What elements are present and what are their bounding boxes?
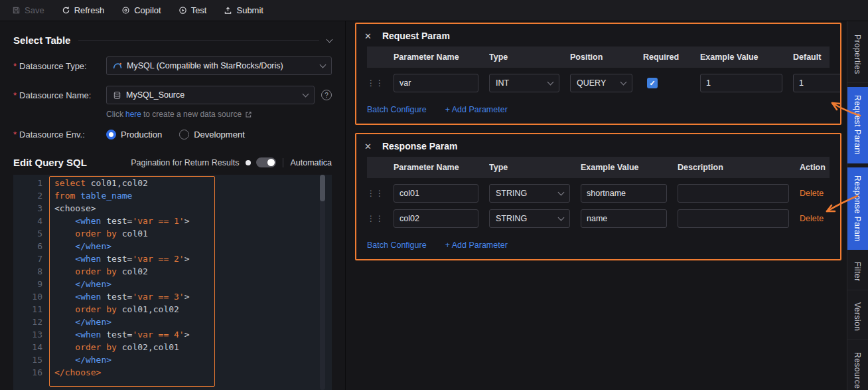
request-param-section: ✕ Request Param Parameter Name Type Posi… — [355, 23, 841, 125]
side-tab-resource-group[interactable]: Resource Group — [847, 344, 868, 390]
code-line: 3<choose> — [13, 202, 332, 215]
drag-handle-icon[interactable]: ⋮⋮ — [367, 214, 383, 223]
side-tab-rail: PropertiesRequest ParamResponse ParamFil… — [847, 21, 868, 390]
response-name-input[interactable] — [394, 209, 478, 228]
response-example-input[interactable] — [581, 184, 667, 203]
drag-handle-icon[interactable]: ⋮⋮ — [367, 189, 383, 198]
required-asterisk: * — [13, 61, 17, 71]
create-datasource-link[interactable]: here — [125, 110, 141, 119]
radio-production[interactable]: Production — [106, 130, 162, 140]
code-line: 1select col01,col02 — [13, 177, 332, 189]
col-example-value: Example Value — [581, 163, 667, 172]
response-name-input[interactable] — [394, 184, 478, 203]
radio-development[interactable]: Development — [179, 130, 245, 140]
add-parameter-link[interactable]: + Add Parameter — [445, 241, 508, 250]
request-type-value: INT — [496, 78, 543, 88]
right-panel: ✕ Request Param Parameter Name Type Posi… — [345, 21, 847, 390]
response-param-footer: Batch Configure + Add Parameter — [356, 234, 840, 259]
required-asterisk: * — [13, 130, 17, 140]
request-example-input[interactable] — [700, 74, 782, 92]
radio-production-label: Production — [121, 130, 162, 140]
line-number: 2 — [13, 189, 42, 202]
side-tab-request-param[interactable]: Request Param — [847, 87, 868, 163]
radio-unchecked-icon — [179, 130, 189, 140]
datasource-name-label: * Datasource Name: — [13, 90, 106, 100]
submit-icon — [224, 6, 232, 15]
divider-line — [78, 40, 319, 41]
automatic-label: Automatica — [290, 158, 332, 167]
left-panel: Select Table * Datasource Type: MySQL (C… — [0, 21, 345, 390]
side-tab-version[interactable]: Version — [847, 294, 868, 340]
close-icon[interactable]: ✕ — [364, 32, 372, 41]
request-position-value: QUERY — [577, 78, 616, 88]
datasource-env-row: * Datasource Env.: Production Developmen… — [13, 130, 332, 140]
datasource-type-select[interactable]: MySQL (Compatible with StarRocks/Doris) — [106, 56, 332, 75]
request-default-input[interactable] — [793, 74, 841, 92]
request-position-select[interactable]: QUERY — [570, 74, 632, 92]
copilot-button[interactable]: Copilot — [121, 5, 161, 15]
scrollbar-thumb[interactable] — [320, 175, 325, 201]
response-type-value: STRING — [496, 214, 554, 223]
response-description-input[interactable] — [678, 209, 789, 228]
chevron-down-icon[interactable] — [326, 36, 333, 43]
line-number: 11 — [13, 303, 42, 316]
select-table-title: Select Table — [13, 35, 70, 46]
delete-link[interactable]: Delete — [800, 214, 841, 223]
required-checkbox[interactable] — [647, 78, 658, 88]
datasource-name-select[interactable]: MySQL_Source — [106, 86, 315, 104]
save-label: Save — [25, 5, 44, 15]
sql-editor[interactable]: 1select col01,col022from table_name3<cho… — [13, 175, 332, 390]
side-tab-response-param[interactable]: Response Param — [847, 167, 868, 250]
col-example-value: Example Value — [700, 52, 782, 62]
copilot-icon — [121, 6, 130, 15]
response-example-input[interactable] — [581, 209, 667, 228]
pagination-toggle[interactable] — [256, 157, 276, 167]
code-line: 14 order by col02,col01 — [13, 341, 332, 353]
line-number: 7 — [13, 252, 42, 265]
select-table-header[interactable]: Select Table — [13, 35, 332, 46]
add-parameter-link[interactable]: + Add Parameter — [445, 105, 508, 114]
batch-configure-link[interactable]: Batch Configure — [367, 105, 427, 114]
response-type-select[interactable]: STRING — [489, 209, 570, 228]
request-name-input[interactable] — [394, 74, 478, 92]
help-icon[interactable]: ? — [321, 90, 332, 100]
toolbar: Save Refresh Copilot Test Submit — [0, 0, 868, 21]
request-table-header: Parameter Name Type Position Required Ex… — [367, 47, 830, 68]
code-line: 8 order by col02 — [13, 265, 332, 278]
code-line: 13 <when test='var == 4'> — [13, 328, 332, 341]
request-type-select[interactable]: INT — [489, 74, 559, 92]
code-line: 16</choose> — [13, 366, 332, 379]
line-number: 16 — [13, 366, 42, 379]
external-link-icon[interactable] — [245, 111, 252, 118]
batch-configure-link[interactable]: Batch Configure — [367, 241, 427, 250]
editor-scrollbar[interactable] — [320, 175, 325, 390]
datasource-env-group: Production Development — [106, 130, 245, 140]
submit-label: Submit — [236, 5, 263, 15]
side-tab-filter[interactable]: Filter — [847, 254, 868, 290]
response-param-row: ⋮⋮ STRING Delete — [367, 209, 830, 229]
datasource-name-value: MySQL_Source — [126, 90, 299, 100]
main: Select Table * Datasource Type: MySQL (C… — [0, 21, 868, 390]
col-description: Description — [678, 163, 789, 172]
request-param-row: ⋮⋮ INT QUERY — [367, 73, 830, 93]
response-type-select[interactable]: STRING — [489, 184, 570, 203]
side-tab-properties[interactable]: Properties — [847, 27, 868, 83]
required-asterisk: * — [13, 90, 17, 100]
submit-button[interactable]: Submit — [224, 5, 263, 15]
drag-handle-icon[interactable]: ⋮⋮ — [367, 78, 383, 88]
response-type-value: STRING — [496, 189, 554, 198]
test-button[interactable]: Test — [179, 5, 207, 15]
datasource-env-label: * Datasource Env.: — [13, 130, 106, 140]
delete-link[interactable]: Delete — [800, 189, 841, 198]
line-number: 8 — [13, 265, 42, 278]
chevron-down-icon — [558, 215, 565, 221]
close-icon[interactable]: ✕ — [364, 142, 372, 151]
sql-header: Edit Query SQL Pagination for Return Res… — [13, 157, 332, 168]
copilot-label: Copilot — [134, 5, 161, 15]
refresh-button[interactable]: Refresh — [62, 5, 105, 15]
response-description-input[interactable] — [678, 184, 789, 203]
mysql-icon — [113, 61, 122, 70]
save-button[interactable]: Save — [12, 5, 44, 15]
chevron-down-icon — [320, 62, 326, 68]
code-line: 11 order by col01,col02 — [13, 303, 332, 316]
